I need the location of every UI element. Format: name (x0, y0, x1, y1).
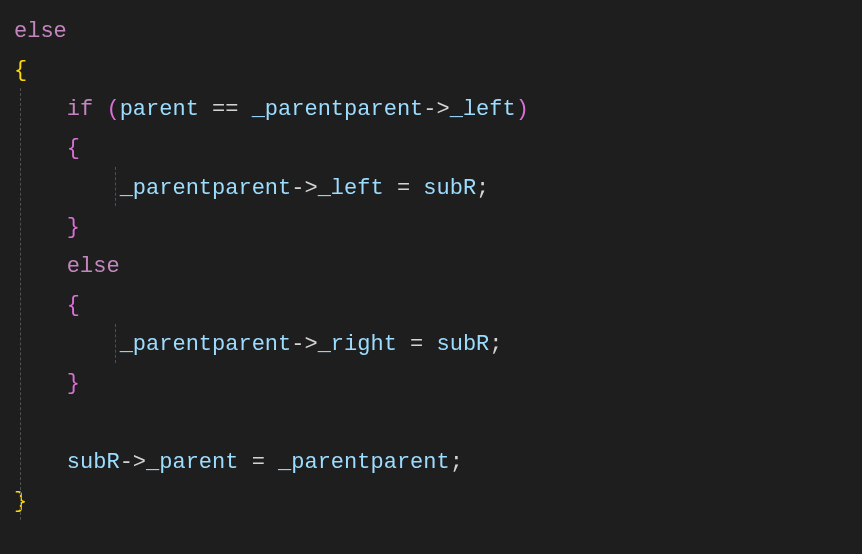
paren-open: ( (106, 97, 119, 122)
semicolon: ; (489, 332, 502, 357)
identifier-subR: subR (437, 332, 490, 357)
code-line: if (parent == _parentparent->_left) (14, 90, 848, 129)
identifier-subR: subR (67, 450, 120, 475)
arrow-operator: -> (291, 176, 317, 201)
code-block: else { if (parent == _parentparent->_lef… (14, 12, 848, 521)
indent-guide (115, 324, 116, 363)
code-line: { (14, 129, 848, 168)
code-line: subR->_parent = _parentparent; (14, 443, 848, 482)
identifier-parentparent: _parentparent (252, 97, 424, 122)
identifier-parentparent: _parentparent (120, 176, 292, 201)
code-line: } (14, 364, 848, 403)
code-line (14, 404, 848, 443)
identifier-subR: subR (423, 176, 476, 201)
code-line: _parentparent->_left = subR; (14, 169, 848, 208)
keyword-else: else (67, 254, 120, 279)
paren-close: ) (516, 97, 529, 122)
code-line: _parentparent->_right = subR; (14, 325, 848, 364)
brace-close: } (67, 215, 80, 240)
code-line: else (14, 247, 848, 286)
brace-open: { (67, 136, 80, 161)
operator-assign: = (410, 332, 423, 357)
arrow-operator: -> (423, 97, 449, 122)
semicolon: ; (450, 450, 463, 475)
operator-assign: = (252, 450, 265, 475)
indent-guide (115, 167, 116, 206)
identifier-left: _left (450, 97, 516, 122)
code-line: } (14, 208, 848, 247)
code-line: } (14, 482, 848, 521)
arrow-operator: -> (120, 450, 146, 475)
code-line: { (14, 286, 848, 325)
code-line: { (14, 51, 848, 90)
identifier-parent: parent (120, 97, 199, 122)
indent-guide (20, 88, 21, 520)
operator-assign: = (397, 176, 410, 201)
brace-open: { (14, 58, 27, 83)
identifier-right: _right (318, 332, 397, 357)
brace-open: { (67, 293, 80, 318)
arrow-operator: -> (291, 332, 317, 357)
identifier-parent-mem: _parent (146, 450, 238, 475)
identifier-parentparent: _parentparent (278, 450, 450, 475)
identifier-left: _left (318, 176, 384, 201)
code-line: else (14, 12, 848, 51)
keyword-else: else (14, 19, 67, 44)
semicolon: ; (476, 176, 489, 201)
brace-close: } (67, 371, 80, 396)
operator-equals: == (212, 97, 238, 122)
keyword-if: if (67, 97, 93, 122)
identifier-parentparent: _parentparent (120, 332, 292, 357)
